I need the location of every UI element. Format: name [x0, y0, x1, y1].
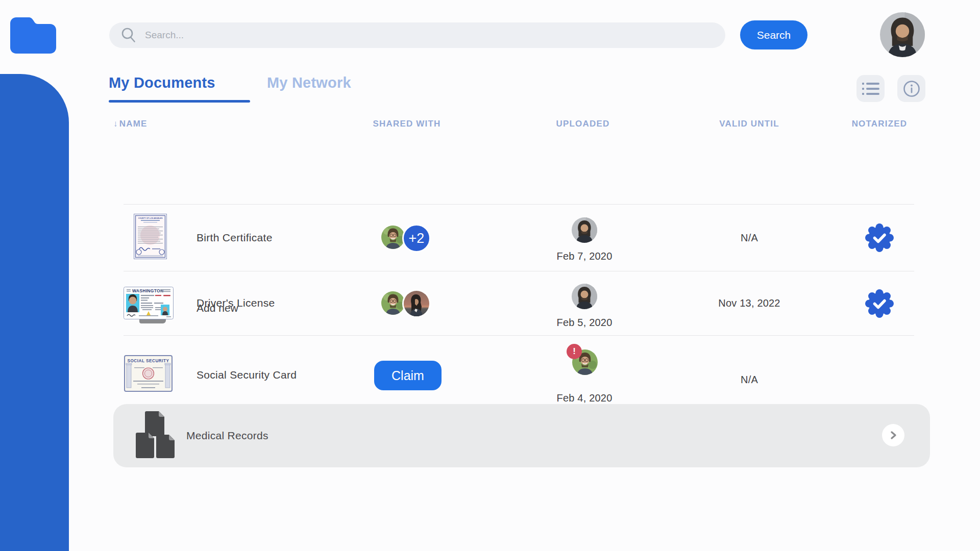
- uploader-avatar: [572, 284, 597, 309]
- notarized-seal-icon: [865, 223, 894, 252]
- column-header-valid-until[interactable]: VALID UNTIL: [695, 119, 804, 129]
- drivers-license-state-text: WASHINGTON: [132, 288, 163, 293]
- uploaded-date: Feb 7, 2020: [533, 251, 635, 262]
- info-icon: [902, 80, 921, 98]
- shared-with-more-badge[interactable]: +2: [402, 224, 431, 253]
- search-bar: [109, 22, 725, 48]
- table-row-drivers-license[interactable]: WASHINGTON: [0, 271, 980, 335]
- column-header-uploaded[interactable]: UPLOADED: [528, 119, 638, 129]
- valid-until-value: Nov 13, 2022: [698, 297, 800, 309]
- uploaded-date: Feb 4, 2020: [533, 392, 635, 404]
- list-view-button[interactable]: [856, 75, 885, 102]
- app-window: Search My Documents My Network: [0, 0, 980, 551]
- social-security-title-text: SOCIAL SECURITY: [128, 359, 169, 363]
- search-icon: [120, 27, 137, 43]
- uploaded-date: Feb 5, 2020: [533, 317, 635, 329]
- alert-badge: !: [567, 344, 582, 359]
- uploader-avatar: [572, 217, 597, 243]
- column-header-shared-with[interactable]: SHARED WITH: [352, 119, 461, 129]
- folder-row-medical-records[interactable]: Medical Records: [113, 404, 930, 467]
- birth-certificate-title-text: COUNTY OF LOS ANGELES: [138, 217, 163, 219]
- folder-logo-icon[interactable]: [10, 14, 56, 54]
- profile-avatar[interactable]: [880, 12, 925, 57]
- column-header-notarized[interactable]: NOTARIZED: [825, 119, 934, 129]
- drivers-license-thumbnail: WASHINGTON: [124, 287, 174, 321]
- valid-until-value: N/A: [698, 232, 800, 244]
- shared-with-avatar: [402, 289, 431, 318]
- shared-with-avatar: [381, 226, 405, 249]
- active-tab-underline: [109, 100, 250, 103]
- add-new-row[interactable]: Add new: [0, 139, 980, 204]
- sort-descending-icon: ↓: [113, 119, 118, 129]
- info-button[interactable]: [897, 75, 925, 102]
- expand-folder-button[interactable]: [882, 424, 904, 446]
- birth-certificate-thumbnail: COUNTY OF LOS ANGELES: [134, 214, 167, 261]
- tab-my-documents[interactable]: My Documents: [109, 74, 215, 91]
- social-security-thumbnail: SOCIAL SECURITY: [124, 355, 173, 394]
- claim-button[interactable]: Claim: [374, 361, 442, 390]
- folder-row-label: Medical Records: [186, 430, 268, 442]
- search-input[interactable]: [145, 30, 714, 41]
- document-name: Birth Certificate: [197, 232, 273, 244]
- document-name: Social Security Card: [197, 369, 297, 381]
- valid-until-value: N/A: [698, 374, 800, 386]
- table-row-birth-certificate[interactable]: COUNTY OF LOS ANGELES Birth Certificate: [0, 205, 980, 271]
- list-view-icon: [861, 81, 881, 96]
- chevron-right-icon: [889, 431, 898, 440]
- table-row-social-security-card[interactable]: SOCIAL SECURITY Social Security Card Cla…: [0, 335, 980, 404]
- search-button[interactable]: Search: [740, 20, 807, 49]
- document-name: Driver's License: [197, 297, 275, 309]
- tab-my-network[interactable]: My Network: [267, 74, 351, 91]
- notarized-seal-icon: [865, 289, 894, 318]
- shared-with-avatar: [381, 291, 405, 315]
- documents-stack-icon: [136, 411, 175, 460]
- column-header-name[interactable]: ↓NAME: [113, 119, 148, 129]
